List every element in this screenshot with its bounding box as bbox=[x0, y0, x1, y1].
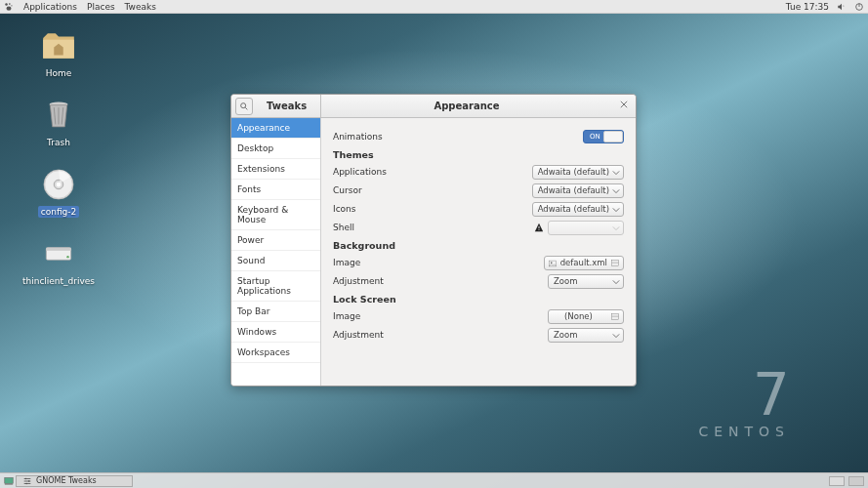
svg-point-1 bbox=[9, 3, 11, 5]
theme-icons-dropdown[interactable]: Adwaita (default) bbox=[532, 202, 624, 217]
trash-icon bbox=[39, 97, 78, 134]
image-icon bbox=[548, 259, 558, 268]
gnome-foot-icon bbox=[4, 2, 14, 12]
sidebar-item-workspaces[interactable]: Workspaces bbox=[231, 343, 320, 363]
ls-adjustment-dropdown[interactable]: Zoom bbox=[548, 328, 624, 343]
sidebar-item-fonts[interactable]: Fonts bbox=[231, 180, 320, 200]
close-icon bbox=[620, 101, 628, 108]
tweaks-app-icon bbox=[22, 476, 32, 486]
centos-watermark: 7 CENTOS bbox=[698, 365, 790, 439]
bg-adjustment-dropdown[interactable]: Zoom bbox=[548, 274, 624, 289]
menu-applications[interactable]: Applications bbox=[23, 2, 77, 12]
svg-point-2 bbox=[11, 5, 12, 6]
sidebar-item-windows[interactable]: Windows bbox=[231, 322, 320, 343]
workspace-switcher[interactable] bbox=[848, 476, 864, 486]
bg-image-chooser[interactable]: default.xml bbox=[544, 256, 624, 270]
bg-image-label: Image bbox=[333, 258, 360, 267]
dropdown-value: Adwaita (default) bbox=[538, 204, 609, 214]
desktop-icon-label: Trash bbox=[44, 137, 73, 148]
app-title: Tweaks bbox=[267, 101, 307, 111]
svg-point-34 bbox=[25, 482, 27, 484]
drive-icon bbox=[39, 235, 78, 272]
chevron-down-icon bbox=[612, 206, 620, 214]
desktop-icon-label: thinclient_drives bbox=[20, 275, 98, 287]
svg-point-24 bbox=[551, 262, 553, 264]
animations-label: Animations bbox=[333, 132, 383, 142]
svg-point-17 bbox=[241, 102, 246, 107]
power-icon[interactable] bbox=[854, 2, 864, 12]
sidebar-item-extensions[interactable]: Extensions bbox=[231, 159, 320, 180]
desktop-icon-config2[interactable]: config-2 bbox=[29, 166, 88, 218]
theme-cursor-dropdown[interactable]: Adwaita (default) bbox=[532, 183, 624, 198]
disc-icon bbox=[39, 166, 78, 203]
desktop-icons: Home Trash config-2 thinclient_drives bbox=[29, 27, 88, 287]
ls-image-label: Image bbox=[333, 311, 360, 321]
theme-shell-dropdown bbox=[548, 221, 624, 235]
desktop-icon-home[interactable]: Home bbox=[29, 27, 88, 79]
chevron-down-icon bbox=[612, 278, 620, 286]
theme-cursor-label: Cursor bbox=[333, 185, 362, 195]
titlebar[interactable]: Tweaks Appearance bbox=[231, 95, 636, 118]
sidebar-item-keyboard-mouse[interactable]: Keyboard & Mouse bbox=[231, 200, 320, 230]
search-button[interactable] bbox=[235, 98, 253, 115]
show-desktop-icon[interactable] bbox=[4, 476, 14, 486]
menu-app-tweaks[interactable]: Tweaks bbox=[125, 2, 156, 12]
sidebar-item-desktop[interactable]: Desktop bbox=[231, 139, 320, 159]
svg-rect-28 bbox=[5, 483, 13, 484]
menu-places[interactable]: Places bbox=[87, 2, 115, 12]
warning-icon bbox=[534, 223, 544, 232]
close-button[interactable] bbox=[618, 101, 630, 112]
clock[interactable]: Tue 17:35 bbox=[786, 2, 829, 12]
workspace-switcher[interactable] bbox=[829, 476, 845, 486]
chevron-down-icon bbox=[612, 187, 620, 195]
bg-adjustment-label: Adjustment bbox=[333, 276, 384, 286]
dropdown-value: Zoom bbox=[554, 276, 578, 286]
background-header: Background bbox=[333, 240, 624, 251]
chevron-down-icon bbox=[612, 224, 620, 232]
open-file-icon bbox=[610, 259, 620, 268]
desktop-icon-label: Home bbox=[43, 67, 75, 79]
folder-home-icon bbox=[39, 27, 78, 64]
svg-line-18 bbox=[245, 107, 247, 109]
svg-rect-25 bbox=[612, 260, 619, 265]
top-panel: Applications Places Tweaks Tue 17:35 bbox=[0, 0, 868, 14]
dropdown-value: Zoom bbox=[554, 330, 578, 340]
theme-applications-dropdown[interactable]: Adwaita (default) bbox=[532, 165, 624, 180]
taskbar-item-label: GNOME Tweaks bbox=[36, 476, 97, 485]
search-icon bbox=[239, 102, 249, 111]
dropdown-value: Adwaita (default) bbox=[538, 167, 609, 177]
svg-rect-21 bbox=[539, 226, 540, 229]
volume-icon[interactable] bbox=[837, 2, 847, 12]
bottom-panel: GNOME Tweaks bbox=[0, 472, 868, 488]
taskbar-item-tweaks[interactable]: GNOME Tweaks bbox=[16, 475, 133, 487]
svg-point-16 bbox=[66, 256, 68, 258]
svg-point-30 bbox=[25, 477, 27, 479]
filechooser-value: default.xml bbox=[560, 258, 607, 267]
lockscreen-header: Lock Screen bbox=[333, 294, 624, 305]
svg-point-32 bbox=[28, 480, 30, 482]
panel-title: Appearance bbox=[321, 95, 612, 117]
content-panel: Animations ON Themes Applications Adwait… bbox=[321, 118, 636, 386]
svg-point-3 bbox=[7, 6, 12, 10]
open-file-icon bbox=[610, 312, 620, 322]
svg-rect-15 bbox=[46, 248, 70, 251]
svg-rect-22 bbox=[539, 229, 540, 230]
sidebar-item-topbar[interactable]: Top Bar bbox=[231, 302, 320, 322]
theme-shell-label: Shell bbox=[333, 223, 354, 232]
sidebar: Appearance Desktop Extensions Fonts Keyb… bbox=[231, 118, 321, 386]
tweaks-window: Tweaks Appearance Appearance Desktop Ext… bbox=[230, 94, 637, 386]
chevron-down-icon bbox=[612, 332, 620, 340]
theme-applications-label: Applications bbox=[333, 167, 387, 177]
svg-rect-27 bbox=[5, 477, 13, 483]
ls-image-chooser[interactable]: (None) bbox=[548, 309, 624, 324]
sidebar-item-sound[interactable]: Sound bbox=[231, 251, 320, 271]
switch-knob bbox=[603, 131, 623, 142]
animations-switch[interactable]: ON bbox=[583, 130, 624, 143]
sidebar-item-appearance[interactable]: Appearance bbox=[231, 118, 320, 139]
desktop-icon-trash[interactable]: Trash bbox=[29, 97, 88, 148]
switch-on-label: ON bbox=[590, 133, 600, 141]
sidebar-item-startup[interactable]: Startup Applications bbox=[231, 271, 320, 302]
sidebar-item-power[interactable]: Power bbox=[231, 230, 320, 251]
desktop-icon-thinclient[interactable]: thinclient_drives bbox=[29, 235, 88, 287]
themes-header: Themes bbox=[333, 149, 624, 160]
